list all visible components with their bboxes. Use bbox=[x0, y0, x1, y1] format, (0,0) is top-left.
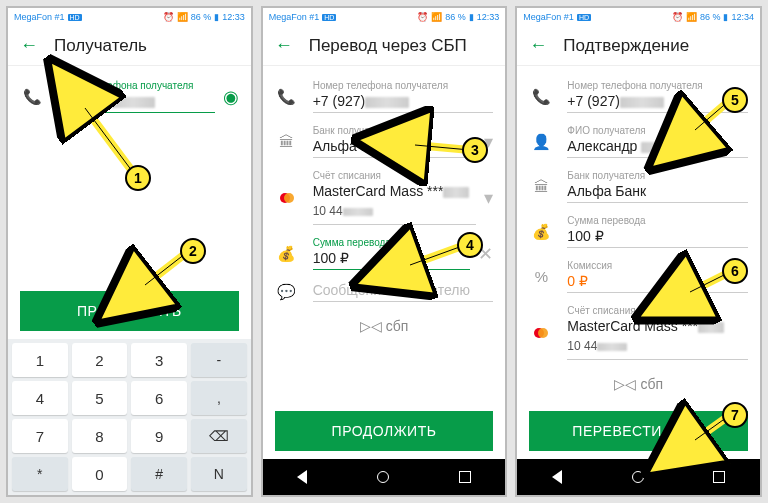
back-icon[interactable]: ← bbox=[529, 35, 549, 56]
phone-label: Номер телефона получателя bbox=[313, 80, 494, 91]
alarm-icon: ⏰ bbox=[417, 12, 428, 22]
signal-icon: 📶 bbox=[686, 12, 697, 22]
person-icon: 👤 bbox=[529, 133, 553, 151]
key-9[interactable]: 9 bbox=[131, 419, 187, 453]
nav-home[interactable] bbox=[632, 471, 644, 483]
alarm-icon: ⏰ bbox=[163, 12, 174, 22]
bank-label: Банк получателя bbox=[313, 125, 477, 136]
key-2[interactable]: 2 bbox=[72, 343, 128, 377]
signal-icon: 📶 bbox=[431, 12, 442, 22]
bank-icon: 🏛 bbox=[275, 133, 299, 150]
clock: 12:33 bbox=[222, 12, 245, 22]
key-1[interactable]: 1 bbox=[12, 343, 68, 377]
page-title: Подтверждение bbox=[563, 36, 689, 56]
phone-label: Номер телефона получателя bbox=[567, 80, 748, 91]
nav-back[interactable] bbox=[552, 470, 562, 484]
phone-icon: 📞 bbox=[529, 88, 553, 106]
fee-label: Комиссия bbox=[567, 260, 748, 271]
key-backspace[interactable]: ⌫ bbox=[191, 419, 247, 453]
battery-icon: ▮ bbox=[723, 12, 728, 22]
screen-recipient: MegaFon #1 HD ⏰ 📶 86 % ▮ 12:33 ← Получат… bbox=[6, 6, 253, 497]
bank-select[interactable]: Альфа Банк bbox=[313, 138, 477, 158]
key-dash[interactable]: - bbox=[191, 343, 247, 377]
continue-button[interactable]: ПРОДОЛЖИТЬ bbox=[275, 411, 494, 451]
key-5[interactable]: 5 bbox=[72, 381, 128, 415]
callout-3: 3 bbox=[462, 137, 488, 163]
header: ← Перевод через СБП bbox=[263, 26, 506, 66]
phone-icon: 📞 bbox=[275, 88, 299, 106]
card-label: Счёт списания bbox=[313, 170, 477, 181]
card-icon bbox=[529, 324, 553, 341]
amount-label: Сумма перевода bbox=[567, 215, 748, 226]
status-bar: MegaFon #1 HD ⏰ 📶 86 % ▮ 12:33 bbox=[8, 8, 251, 26]
amount-value: 100 ₽ bbox=[567, 228, 748, 248]
card-balance: 10 44 bbox=[567, 337, 748, 360]
contact-icon[interactable]: ◉ bbox=[223, 86, 239, 108]
battery-label: 86 % bbox=[191, 12, 212, 22]
message-icon: 💬 bbox=[275, 283, 299, 301]
numeric-keyboard: 1 2 3 - 4 5 6 , 7 8 9 ⌫ * 0 # N bbox=[8, 339, 251, 495]
card-name: MasterCard Mass *** bbox=[567, 318, 748, 337]
bank-value: Альфа Банк bbox=[567, 183, 748, 203]
card-balance: 10 44 bbox=[313, 202, 477, 225]
percent-icon: % bbox=[529, 268, 553, 285]
key-star[interactable]: * bbox=[12, 457, 68, 491]
bank-label: Банк получателя bbox=[567, 170, 748, 181]
nav-recent[interactable] bbox=[459, 471, 471, 483]
android-nav bbox=[517, 459, 760, 495]
callout-1: 1 bbox=[125, 165, 151, 191]
nav-back[interactable] bbox=[297, 470, 307, 484]
android-nav bbox=[263, 459, 506, 495]
fio-label: ФИО получателя bbox=[567, 125, 748, 136]
nav-home[interactable] bbox=[377, 471, 389, 483]
key-n[interactable]: N bbox=[191, 457, 247, 491]
card-name[interactable]: MasterCard Mass *** bbox=[313, 183, 477, 202]
sbp-icon: ▷◁ bbox=[360, 318, 382, 334]
key-hash[interactable]: # bbox=[131, 457, 187, 491]
chevron-down-icon[interactable]: ▾ bbox=[484, 187, 493, 209]
key-0[interactable]: 0 bbox=[72, 457, 128, 491]
alarm-icon: ⏰ bbox=[672, 12, 683, 22]
header: ← Получатель bbox=[8, 26, 251, 66]
callout-2: 2 bbox=[180, 238, 206, 264]
page-title: Перевод через СБП bbox=[309, 36, 467, 56]
carrier-label: MegaFon #1 bbox=[269, 12, 320, 22]
signal-icon: 📶 bbox=[177, 12, 188, 22]
nav-recent[interactable] bbox=[713, 471, 725, 483]
key-8[interactable]: 8 bbox=[72, 419, 128, 453]
phone-input[interactable]: +7 (927) bbox=[58, 93, 215, 113]
amount-label: Сумма перевода bbox=[313, 237, 471, 248]
money-bag-icon: 💰 bbox=[275, 245, 299, 263]
phone-value: +7 (927) bbox=[313, 93, 494, 113]
carrier-label: MegaFon #1 bbox=[14, 12, 65, 22]
message-input[interactable]: Сообщение получателю bbox=[313, 282, 494, 302]
card-label: Счёт списания bbox=[567, 305, 748, 316]
fio-value: Александр bbox=[567, 138, 748, 158]
fee-value: 0 ₽ bbox=[567, 273, 748, 293]
header: ← Подтверждение bbox=[517, 26, 760, 66]
amount-input[interactable]: 100 ₽ bbox=[313, 250, 471, 270]
key-comma[interactable]: , bbox=[191, 381, 247, 415]
bank-icon: 🏛 bbox=[529, 178, 553, 195]
phone-icon: 📞 bbox=[20, 88, 44, 106]
callout-5: 5 bbox=[722, 87, 748, 113]
key-6[interactable]: 6 bbox=[131, 381, 187, 415]
status-bar: MegaFon #1 HD ⏰ 📶 86 % ▮ 12:34 bbox=[517, 8, 760, 26]
battery-label: 86 % bbox=[700, 12, 721, 22]
transfer-button[interactable]: ПЕРЕВЕСТИ 100 ₽ bbox=[529, 411, 748, 451]
clock: 12:34 bbox=[731, 12, 754, 22]
key-3[interactable]: 3 bbox=[131, 343, 187, 377]
key-7[interactable]: 7 bbox=[12, 419, 68, 453]
key-4[interactable]: 4 bbox=[12, 381, 68, 415]
battery-icon: ▮ bbox=[469, 12, 474, 22]
hd-badge: HD bbox=[68, 14, 82, 21]
callout-4: 4 bbox=[457, 232, 483, 258]
back-icon[interactable]: ← bbox=[20, 35, 40, 56]
sbp-logo: ▷◁ сбп bbox=[517, 366, 760, 402]
carrier-label: MegaFon #1 bbox=[523, 12, 574, 22]
status-bar: MegaFon #1 HD ⏰ 📶 86 % ▮ 12:33 bbox=[263, 8, 506, 26]
hd-badge: HD bbox=[577, 14, 591, 21]
battery-label: 86 % bbox=[445, 12, 466, 22]
back-icon[interactable]: ← bbox=[275, 35, 295, 56]
continue-button[interactable]: ПРОДОЛЖИТЬ bbox=[20, 291, 239, 331]
